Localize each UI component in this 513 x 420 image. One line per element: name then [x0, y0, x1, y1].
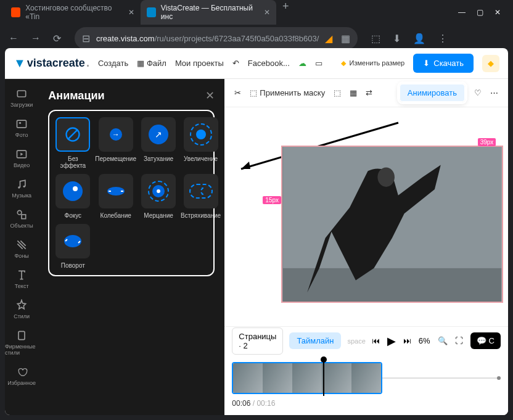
timeline-button[interactable]: Таймлайн	[289, 332, 341, 349]
present-icon[interactable]: ▭	[315, 59, 322, 68]
address-bar[interactable]: ⊟ create.vista.com/ru/user/projects/6723…	[75, 27, 358, 49]
sidebar-photos[interactable]: Фото	[5, 114, 38, 142]
prev-button[interactable]: ⏮	[372, 336, 380, 345]
timeline-thumb[interactable]	[322, 363, 351, 393]
canvas[interactable]: 39px 15px	[224, 107, 508, 326]
comment-button[interactable]: 💬 С	[470, 332, 501, 349]
svg-line-10	[68, 130, 78, 139]
animate-button[interactable]: Анимировать	[399, 83, 466, 102]
undo-button[interactable]: ↶	[232, 59, 239, 68]
sidebar-backgrounds[interactable]: Фоны	[5, 235, 38, 263]
logo-text: vistacreate	[27, 57, 85, 70]
svg-point-5	[23, 186, 25, 187]
anim-wobble[interactable]: Колебание	[95, 174, 136, 219]
minimize-icon[interactable]: —	[458, 8, 466, 17]
back-button[interactable]: ←	[5, 30, 22, 46]
pages-button[interactable]: Страницы · 2	[232, 327, 283, 355]
site-info-icon[interactable]: ⊟	[82, 33, 90, 44]
file-menu[interactable]: ▦ Файл	[137, 59, 166, 68]
timeline-thumb[interactable]	[292, 363, 322, 393]
px-badge: 39px	[478, 138, 496, 146]
menu-icon[interactable]: ⋮	[434, 30, 451, 47]
sidebar-text[interactable]: Текст	[5, 265, 38, 293]
extension-icon[interactable]: ◢	[325, 33, 332, 44]
sidebar-brand[interactable]: Фирменные стили	[5, 326, 38, 360]
sidebar-music[interactable]: Музыка	[5, 175, 38, 202]
zoom-in-icon[interactable]: 🔍	[438, 336, 448, 345]
play-button[interactable]: ▶	[387, 334, 396, 348]
profile-icon[interactable]: 👤	[409, 30, 429, 47]
resize-button[interactable]: ◆ Изменить размер	[341, 59, 405, 67]
format-dropdown[interactable]: Facebook...	[248, 59, 290, 68]
grid-icon: ▦	[137, 59, 144, 68]
fit-icon[interactable]: ⛶	[455, 336, 463, 345]
px-badge: 15px	[263, 196, 281, 204]
anim-none[interactable]: Без эффекта	[55, 117, 90, 169]
create-menu[interactable]: Создать	[98, 59, 128, 68]
sidebar-styles[interactable]: Стили	[5, 295, 38, 323]
projects-link[interactable]: Мои проекты	[175, 59, 224, 68]
anim-zoom[interactable]: Увеличение	[181, 117, 221, 169]
selected-element[interactable]: 39px 15px	[281, 146, 503, 303]
zoom-level[interactable]: 6%	[419, 336, 430, 345]
time-display: 00:06 / 00:16	[232, 399, 501, 408]
favorite-icon[interactable]: ♡	[474, 88, 482, 97]
space-hint: space	[347, 337, 365, 345]
cut-icon[interactable]: ✂	[234, 88, 241, 97]
extensions-icon[interactable]: ⬚	[367, 30, 384, 47]
svg-point-12	[64, 235, 81, 247]
sidebar-uploads[interactable]: Загрузки	[5, 84, 38, 112]
anim-flicker[interactable]: Мерцание	[141, 174, 176, 219]
diamond-icon: ◆	[341, 59, 346, 67]
panel-title: Анимации	[48, 89, 104, 102]
next-button[interactable]: ⏭	[403, 336, 411, 345]
tab-close-icon[interactable]: ✕	[264, 8, 270, 17]
svg-point-2	[19, 122, 21, 124]
anim-move[interactable]: → Перемещение	[95, 117, 136, 169]
sidebar-objects[interactable]: Объекты	[5, 205, 38, 233]
svg-marker-14	[241, 162, 250, 169]
animation-grid: Без эффекта → Перемещение ↗ Затухание Ув…	[48, 110, 215, 276]
svg-point-6	[18, 210, 22, 215]
transparency-icon[interactable]: ▦	[350, 88, 357, 97]
playhead[interactable]	[323, 360, 324, 396]
reload-button[interactable]: ⟳	[49, 30, 65, 47]
panel-close-icon[interactable]: ✕	[205, 89, 215, 102]
timeline-thumb[interactable]	[263, 363, 292, 393]
timeline-thumb[interactable]	[233, 363, 263, 393]
browser-tab[interactable]: Хостинговое сообщество «Tin ✕	[5, 0, 141, 25]
sidebar-videos[interactable]: Видео	[5, 144, 38, 172]
anim-shake[interactable]: Встряхивание	[181, 174, 221, 219]
browser-tab-active[interactable]: VistaCreate — Бесплатный инс ✕	[141, 0, 276, 25]
tab-close-icon[interactable]: ✕	[128, 8, 134, 17]
crop-icon[interactable]: ⬚	[334, 88, 341, 97]
timeline-thumb[interactable]	[351, 363, 381, 393]
svg-rect-0	[18, 91, 26, 97]
premium-button[interactable]: ◆	[482, 55, 499, 72]
sidebar-favorites[interactable]: Избранное	[5, 362, 38, 390]
flip-icon[interactable]: ⇄	[366, 88, 372, 97]
anim-rotate[interactable]: Поворот	[55, 224, 90, 269]
mask-button[interactable]: ⬚ Применить маску	[250, 88, 325, 97]
extension-icon[interactable]: ▦	[341, 33, 350, 44]
maximize-icon[interactable]: ▢	[477, 8, 483, 17]
anim-focus[interactable]: Фокус	[55, 174, 90, 219]
tab-favicon	[11, 7, 20, 17]
timeline-track[interactable]	[232, 362, 501, 394]
download-button[interactable]: ⬇ Скачать	[413, 54, 474, 73]
tab-favicon	[147, 7, 156, 17]
diamond-icon: ◆	[488, 59, 494, 68]
new-tab-button[interactable]: +	[276, 0, 295, 25]
downloads-icon[interactable]: ⬇	[389, 30, 404, 47]
tab-title: Хостинговое сообщество «Tin	[25, 4, 123, 21]
svg-rect-1	[17, 120, 27, 128]
anim-fade[interactable]: ↗ Затухание	[141, 117, 176, 169]
sync-icon: ☁	[298, 59, 306, 68]
logo[interactable]: ▼ vistacreate.	[14, 56, 89, 70]
tab-title: VistaCreate — Бесплатный инс	[161, 4, 259, 21]
forward-button[interactable]: →	[27, 30, 44, 46]
svg-point-4	[18, 186, 20, 188]
timeline-marker[interactable]	[497, 376, 501, 380]
close-icon[interactable]: ✕	[495, 8, 501, 17]
more-icon[interactable]: ⋯	[490, 88, 498, 97]
